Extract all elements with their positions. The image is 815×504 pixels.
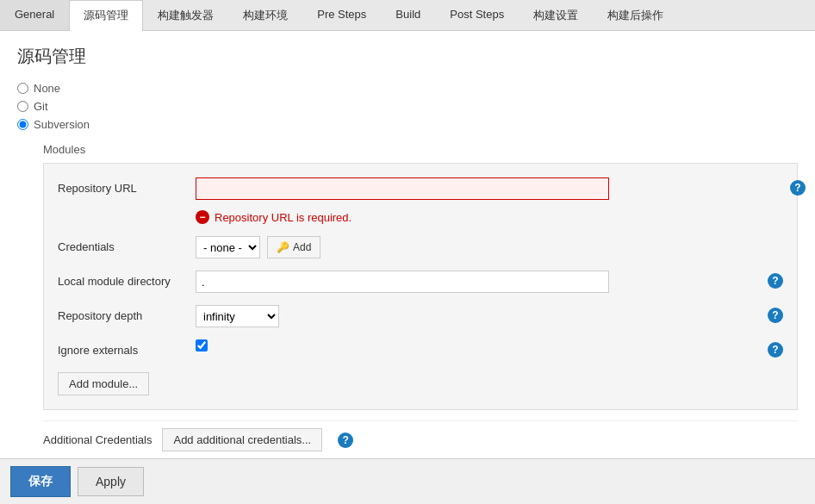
tab-buildsettings[interactable]: 构建设置 — [519, 0, 593, 30]
tab-postbuild[interactable]: 构建后操作 — [593, 0, 678, 30]
local-module-controls — [196, 271, 783, 293]
scm-git-radio[interactable] — [17, 101, 28, 112]
scm-svn-option[interactable]: Subversion — [17, 118, 798, 131]
repo-depth-label: Repository depth — [58, 305, 196, 322]
apply-button[interactable]: Apply — [78, 467, 144, 496]
main-content: 源码管理 None Git Subversion Modules Reposit… — [0, 31, 815, 461]
ignore-externals-checkbox[interactable] — [196, 339, 208, 352]
tab-source[interactable]: 源码管理 — [69, 0, 143, 31]
key-icon: 🔑 — [277, 241, 289, 253]
local-module-help-icon[interactable]: ? — [768, 273, 783, 289]
scm-git-label: Git — [34, 100, 48, 113]
error-icon: − — [196, 210, 209, 224]
footer: 保存 Apply — [0, 458, 815, 504]
add-credentials-button[interactable]: 🔑 Add — [267, 236, 320, 258]
ignore-externals-row: Ignore externals ? — [58, 339, 783, 357]
scm-radio-group: None Git Subversion — [17, 82, 798, 131]
credentials-label: Credentials — [58, 236, 196, 253]
tab-environment[interactable]: 构建环境 — [228, 0, 302, 30]
tab-triggers[interactable]: 构建触发器 — [143, 0, 228, 30]
credentials-row: Credentials - none - 🔑 Add — [58, 236, 783, 258]
additional-credentials-help-icon[interactable]: ? — [338, 432, 353, 448]
scm-none-label: None — [34, 82, 60, 95]
ignore-externals-label: Ignore externals — [58, 339, 196, 357]
repo-url-row: Repository URL − Repository URL is requi… — [58, 177, 783, 224]
credentials-select[interactable]: - none - — [196, 236, 260, 258]
add-module-button[interactable]: Add module... — [58, 372, 149, 395]
local-module-input[interactable] — [196, 271, 609, 293]
repo-url-input[interactable] — [196, 177, 609, 200]
ignore-externals-help-icon[interactable]: ? — [768, 342, 783, 358]
repo-depth-help-icon[interactable]: ? — [768, 308, 783, 323]
repo-url-error-msg: − Repository URL is required. — [196, 210, 783, 224]
scm-none-radio[interactable] — [17, 83, 28, 94]
save-button[interactable]: 保存 — [10, 466, 71, 497]
module-panel: Repository URL − Repository URL is requi… — [43, 163, 798, 410]
local-module-row: Local module directory ? — [58, 271, 783, 293]
add-additional-credentials-button[interactable]: Add additional credentials... — [162, 428, 322, 451]
tab-general[interactable]: General — [0, 0, 69, 30]
ignore-externals-controls — [196, 339, 783, 352]
repo-depth-controls: infinity immediates files empty — [196, 305, 783, 327]
additional-credentials-label: Additional Credentials — [43, 433, 152, 446]
repo-url-controls: − Repository URL is required. ? — [196, 177, 783, 224]
additional-credentials-row: Additional Credentials Add additional cr… — [43, 420, 798, 458]
repo-url-error-text: Repository URL is required. — [215, 211, 352, 224]
repo-url-help-icon[interactable]: ? — [790, 180, 806, 196]
scm-svn-radio[interactable] — [17, 119, 28, 130]
credentials-controls: - none - 🔑 Add — [196, 236, 783, 258]
tab-build[interactable]: Build — [381, 0, 435, 30]
modules-label: Modules — [43, 143, 798, 156]
scm-git-option[interactable]: Git — [17, 100, 798, 113]
scm-svn-label: Subversion — [34, 118, 90, 131]
repo-depth-row: Repository depth infinity immediates fil… — [58, 305, 783, 327]
scm-none-option[interactable]: None — [17, 82, 798, 95]
repo-url-label: Repository URL — [58, 177, 196, 195]
repo-depth-select[interactable]: infinity immediates files empty — [196, 305, 279, 327]
local-module-label: Local module directory — [58, 271, 196, 288]
page-title: 源码管理 — [17, 45, 798, 68]
tab-poststeps[interactable]: Post Steps — [435, 0, 519, 30]
tab-presteps[interactable]: Pre Steps — [302, 0, 381, 30]
tab-bar: General 源码管理 构建触发器 构建环境 Pre Steps Build … — [0, 0, 815, 31]
add-credentials-label: Add — [293, 241, 311, 253]
